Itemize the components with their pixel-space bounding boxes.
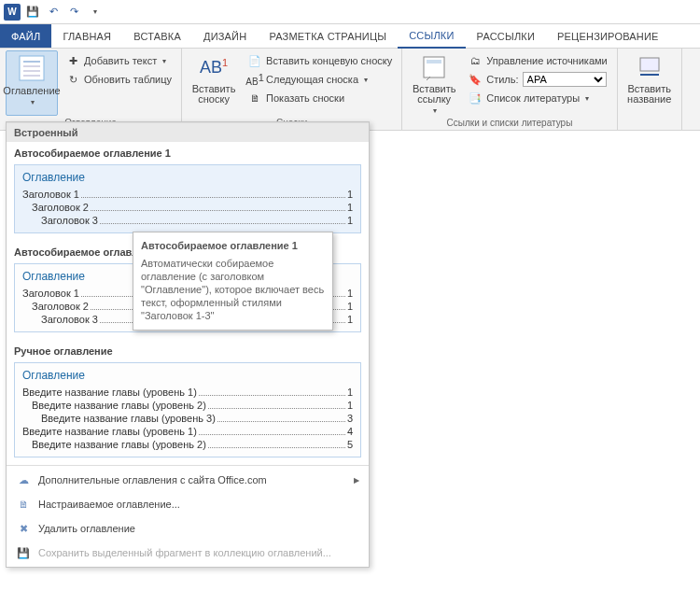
caption-icon (635, 52, 665, 82)
chevron-down-icon: ▾ (93, 7, 97, 16)
biblio-icon: 📑 (468, 91, 483, 106)
chevron-down-icon: ▾ (31, 98, 35, 106)
menu-custom-toc[interactable]: 🗎Настраиваемое оглавление... (7, 492, 369, 516)
chevron-down-icon: ▾ (585, 94, 589, 103)
gallery-item-auto1-title: Автособираемое оглавление 1 (7, 142, 369, 161)
tab-design[interactable]: ДИЗАЙН (192, 24, 258, 48)
svg-rect-6 (427, 60, 441, 63)
chevron-down-icon: ▾ (364, 76, 368, 84)
custom-toc-icon: 🗎 (16, 497, 31, 512)
gallery-section-builtin: Встроенный (7, 122, 369, 142)
footnote-icon: AB1 (199, 52, 229, 82)
show-notes-button[interactable]: 🗎Показать сноски (244, 90, 396, 106)
preview-toc-heading: Оглавление (22, 369, 353, 382)
tab-mailings[interactable]: РАССЫЛКИ (466, 24, 546, 48)
insert-caption-button[interactable]: Вставить название (623, 50, 676, 116)
style-icon: 🔖 (468, 72, 483, 87)
menu-more-office[interactable]: ☁Дополнительные оглавления с сайта Offic… (7, 468, 369, 492)
word-app-icon: W (4, 4, 21, 21)
gallery-item-manual[interactable]: Оглавление Введите название главы (урове… (14, 362, 361, 457)
save-selection-icon: 💾 (16, 545, 31, 560)
manage-sources-icon: 🗂 (468, 53, 483, 68)
insert-footnote-button[interactable]: AB1 Вставить сноску (188, 50, 240, 116)
chevron-down-icon: ▾ (162, 57, 166, 65)
preview-toc-heading: Оглавление (22, 171, 353, 184)
add-text-button[interactable]: ✚Добавить текст▾ (62, 52, 175, 69)
tab-review[interactable]: РЕЦЕНЗИРОВАНИЕ (546, 24, 670, 48)
svg-rect-7 (640, 58, 659, 71)
toc-gallery-dropdown: Встроенный Автособираемое оглавление 1 О… (6, 121, 370, 568)
menu-remove-toc[interactable]: ✖Удалить оглавление (7, 516, 369, 541)
citation-icon (419, 52, 449, 82)
tooltip-auto1: Автособираемое оглавление 1 Автоматическ… (133, 232, 333, 331)
group-label-citations: Ссылки и списки литературы (408, 116, 610, 130)
tooltip-body: Автоматически собираемое оглавление (с з… (141, 257, 325, 322)
toc-dropdown-button[interactable]: Оглавление ▾ (6, 50, 58, 116)
endnote-icon: 📄 (247, 53, 262, 68)
menu-save-selection: 💾Сохранить выделенный фрагмент в коллекц… (7, 541, 369, 565)
cloud-icon: ☁ (16, 472, 31, 487)
qat-undo[interactable]: ↶ (45, 4, 62, 21)
add-text-icon: ✚ (65, 53, 80, 68)
save-icon: 💾 (26, 6, 39, 18)
next-footnote-button[interactable]: AB1Следующая сноска▾ (244, 71, 396, 88)
tooltip-title: Автособираемое оглавление 1 (141, 240, 325, 251)
gallery-item-manual-title: Ручное оглавление (7, 340, 369, 359)
update-table-button[interactable]: ↻Обновить таблицу (62, 71, 175, 88)
tab-home[interactable]: ГЛАВНАЯ (51, 24, 122, 48)
insert-endnote-button[interactable]: 📄Вставить концевую сноску (244, 52, 396, 69)
citation-style-select[interactable]: 🔖Стиль: APA (464, 71, 610, 88)
toc-icon (17, 53, 47, 83)
group-label-captions (623, 116, 676, 130)
qat-customize[interactable]: ▾ (86, 4, 103, 21)
tab-layout[interactable]: РАЗМЕТКА СТРАНИЦЫ (258, 24, 398, 48)
insert-citation-button[interactable]: Вставить ссылку ▾ (408, 50, 460, 116)
bibliography-button[interactable]: 📑Список литературы▾ (464, 90, 610, 106)
chevron-right-icon: ▶ (354, 476, 359, 485)
manage-sources-button[interactable]: 🗂Управление источниками (464, 52, 610, 69)
show-notes-icon: 🗎 (247, 91, 262, 106)
qat-redo[interactable]: ↷ (65, 4, 82, 21)
update-icon: ↻ (65, 72, 80, 87)
gallery-item-auto1[interactable]: Оглавление Заголовок 11 Заголовок 21 Заг… (14, 164, 361, 233)
style-dropdown[interactable]: APA (523, 72, 607, 87)
chevron-down-icon: ▾ (433, 106, 437, 115)
toc-label: Оглавление (3, 85, 60, 96)
next-footnote-icon: AB1 (247, 72, 262, 87)
tab-insert[interactable]: ВСТАВКА (122, 24, 192, 48)
undo-icon: ↶ (49, 6, 58, 18)
tab-file[interactable]: ФАЙЛ (0, 24, 51, 48)
remove-toc-icon: ✖ (16, 521, 31, 536)
qat-save[interactable]: 💾 (24, 4, 41, 21)
redo-icon: ↷ (70, 6, 78, 18)
svg-rect-0 (20, 56, 44, 80)
tab-references[interactable]: ССЫЛКИ (398, 24, 465, 49)
